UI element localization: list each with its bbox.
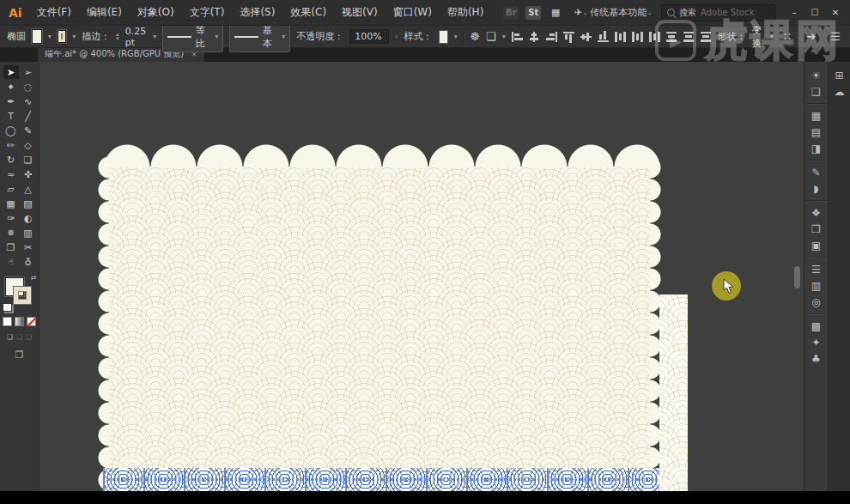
align-horizontal-center-icon[interactable] (529, 32, 540, 42)
libraries-icon[interactable]: ⊞ (830, 67, 849, 83)
drawing-mode-icon[interactable]: ❏ (7, 333, 13, 341)
dots-grid-icon[interactable]: ∷ (780, 30, 795, 43)
change-screen-mode-icon[interactable]: ❐ (0, 349, 39, 361)
eyedropper-tool[interactable]: ✑ (3, 211, 19, 225)
artboard-tool[interactable]: ❐ (3, 240, 19, 254)
brushes-panel-icon[interactable]: ✎ (807, 164, 826, 180)
artboards-panel-icon[interactable]: ▣ (807, 237, 826, 253)
puppet-warp-tool[interactable]: ✜ (21, 167, 36, 181)
eraser-tool[interactable]: ◇ (21, 138, 36, 152)
ellipse-tool[interactable]: ◯ (3, 124, 19, 137)
graphic-style-swatch[interactable] (439, 30, 448, 44)
paintbrush-tool[interactable]: ✎ (21, 124, 36, 137)
free-transform-tool[interactable]: ❏ (21, 153, 36, 167)
stock-search-input[interactable]: 搜索 Adobe Stock (661, 4, 776, 21)
opacity-more-icon[interactable]: › (395, 33, 398, 40)
zoom-tool[interactable]: ♁ (21, 255, 36, 269)
drawing-mode-icon[interactable]: ❏ (16, 333, 22, 341)
pathfinder-panel-icon[interactable]: ◨ (807, 140, 826, 156)
swatches-panel-icon[interactable]: ❑ (807, 83, 826, 100)
lasso-tool[interactable]: ◌ (21, 80, 36, 94)
distribute-vertical-top-icon[interactable] (615, 32, 626, 42)
chevron-down-icon[interactable]: ▾ (454, 33, 458, 40)
maximize-button[interactable]: ☐ (805, 5, 824, 21)
stroke-swatch[interactable] (14, 287, 31, 304)
color-button[interactable] (3, 317, 12, 326)
blend-tool[interactable]: ◐ (21, 211, 36, 225)
gradient-tool[interactable]: ▨ (21, 197, 36, 210)
panel-menu-icon[interactable]: ☰ (828, 30, 843, 43)
chevron-down-icon[interactable]: ⌄ (582, 9, 588, 16)
magic-wand-tool[interactable]: ✦ (3, 80, 19, 94)
isolate-arrow-icon[interactable]: ➔ (804, 30, 819, 43)
none-button[interactable] (27, 317, 36, 326)
menu-item[interactable]: 窗口(W) (386, 2, 440, 23)
chevron-down-icon[interactable]: ▾ (770, 33, 774, 40)
align-vertical-center-icon[interactable] (580, 32, 592, 42)
column-graph-tool[interactable]: ▥ (21, 226, 36, 240)
gradient-button[interactable] (15, 317, 24, 326)
mesh-tool[interactable]: ▦ (3, 197, 19, 210)
stock-icon[interactable]: St (525, 6, 541, 20)
appearance-panel-icon[interactable]: ▥ (807, 277, 826, 294)
workspace-layout-icon[interactable]: ▦ (548, 6, 563, 20)
bridge-icon[interactable]: Br (503, 6, 519, 20)
recolor-artwork-icon[interactable]: ☸ (470, 30, 480, 43)
menu-item[interactable]: 选择(S) (232, 2, 282, 23)
align-vertical-bottom-icon[interactable] (598, 32, 609, 42)
menu-item[interactable]: 效果(C) (282, 2, 334, 23)
pencil-tool[interactable]: ✏ (3, 138, 19, 152)
gradient-panel-icon[interactable]: ◗ (807, 180, 826, 197)
symbol-tools-panel-icon[interactable]: ✦ (807, 334, 826, 350)
minimize-button[interactable]: – (785, 5, 804, 21)
vertical-scrollbar-thumb[interactable] (794, 266, 800, 288)
menu-item[interactable]: 文字(T) (182, 2, 233, 23)
close-button[interactable]: ✕ (826, 5, 845, 21)
perspective-grid-tool[interactable]: △ (21, 182, 36, 196)
stroke-weight-stepper[interactable]: ▴▾ (116, 33, 119, 41)
workspace-switcher[interactable]: 传统基本功能 ⌄ (590, 6, 653, 19)
distribute-vertical-bottom-icon[interactable] (649, 32, 660, 42)
default-fill-stroke-icon[interactable] (3, 303, 12, 312)
align-panel-icon[interactable]: ▤ (807, 124, 826, 140)
rotate-tool[interactable]: ↻ (3, 153, 19, 167)
type-tool[interactable]: T (3, 109, 19, 123)
transform-panel-icon[interactable]: ▦ (807, 107, 826, 124)
layers-panel-icon[interactable]: ❖ (807, 204, 826, 221)
distribute-horizontal-right-icon[interactable] (701, 32, 712, 42)
selection-tool[interactable]: ➤ (3, 65, 19, 79)
chevron-down-icon[interactable]: ▾ (502, 33, 506, 40)
hand-tool[interactable]: ☝ (3, 255, 19, 269)
distribute-horizontal-left-icon[interactable] (666, 32, 677, 42)
stroke-color-swatch[interactable] (58, 30, 66, 43)
align-horizontal-left-icon[interactable] (512, 32, 523, 42)
select-similar-icon[interactable]: ❏ (486, 30, 496, 43)
creative-cloud-icon[interactable]: ☁ (830, 83, 849, 100)
align-horizontal-right-icon[interactable] (546, 32, 557, 42)
image-trace-panel-icon[interactable]: ▩ (807, 318, 826, 334)
distribute-horizontal-center-icon[interactable] (683, 32, 695, 42)
menu-item[interactable]: 视图(V) (334, 2, 386, 23)
shape-builder-tool[interactable]: ▱ (3, 182, 19, 196)
chevron-down-icon[interactable]: ▾ (153, 33, 156, 40)
width-tool[interactable]: ≈ (3, 167, 19, 181)
menu-item[interactable]: 帮助(H) (440, 2, 491, 23)
slice-tool[interactable]: ✂ (21, 240, 36, 254)
menu-item[interactable]: 文件(F) (29, 2, 79, 23)
transparency-panel-icon[interactable]: ◎ (807, 294, 826, 310)
drawing-mode-icon[interactable]: ❏ (26, 333, 32, 341)
direct-selection-tool[interactable]: ➢ (21, 65, 36, 79)
opacity-label[interactable]: 不透明度： (296, 30, 343, 43)
artboard-canvas[interactable] (39, 62, 804, 491)
chevron-down-icon[interactable]: ▾ (48, 33, 52, 40)
opacity-value[interactable]: 100% (349, 29, 389, 44)
curvature-tool[interactable]: ∿ (21, 94, 36, 108)
stroke-weight-value[interactable]: 0.25 pt (125, 26, 148, 48)
fill-color-swatch[interactable] (32, 29, 42, 44)
pen-tool[interactable]: ✒ (3, 94, 19, 108)
chevron-down-icon[interactable]: ▾ (72, 33, 76, 40)
menu-item[interactable]: 编辑(E) (79, 2, 130, 23)
symbols-panel-icon[interactable]: ♣ (807, 350, 826, 367)
symbol-sprayer-tool[interactable]: ✵ (3, 226, 19, 240)
transform-link[interactable]: 变换 (752, 24, 764, 50)
